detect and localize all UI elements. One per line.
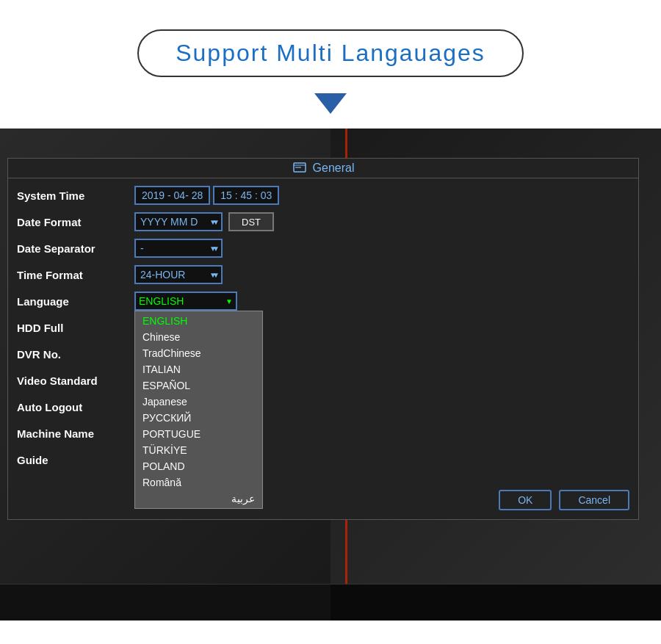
dialog-body: System Time 2019 - 04- 28 15 : 45 : 03 D… xyxy=(8,178,638,519)
lang-option-romana[interactable]: Română xyxy=(135,474,262,491)
auto-logout-row: Auto Logout min xyxy=(17,396,629,418)
language-arrow: ▼ xyxy=(225,297,233,305)
time-format-row: Time Format 24-HOUR ▼ xyxy=(17,264,629,286)
support-badge: Support Multi Langauages xyxy=(137,29,524,77)
date-separator-arrow: ▼ xyxy=(209,245,217,253)
language-dropdown-list[interactable]: ENGLISH Chinese TradChinese ITALIAN ESPA… xyxy=(134,311,263,509)
lang-option-russian[interactable]: РУССКИЙ xyxy=(135,410,262,426)
time-format-arrow: ▼ xyxy=(209,271,217,279)
language-select[interactable]: ENGLISH ▼ xyxy=(134,292,237,311)
lang-option-portugue[interactable]: PORTUGUE xyxy=(135,426,262,442)
date-separator-select[interactable]: - ▼ xyxy=(134,239,223,258)
language-selected-value: ENGLISH xyxy=(139,295,184,307)
date-format-label: Date Format xyxy=(17,216,134,228)
auto-logout-label: Auto Logout xyxy=(17,401,134,413)
date-format-row: Date Format YYYY MM D ▼ DST xyxy=(17,211,629,233)
lang-option-italian[interactable]: ITALIAN xyxy=(135,361,262,377)
dialog-titlebar: General xyxy=(8,159,638,178)
date-format-arrow: ▼ xyxy=(209,218,217,226)
lang-option-arabic[interactable]: عربية xyxy=(135,491,262,507)
date-format-select-wrapper[interactable]: YYYY MM D ▼ xyxy=(134,212,223,231)
system-time-clock[interactable]: 15 : 45 : 03 xyxy=(213,186,279,205)
date-format-select[interactable]: YYYY MM D ▼ xyxy=(134,212,223,231)
badge-text: Support Multi Langauages xyxy=(176,40,485,66)
system-time-label: System Time xyxy=(17,189,134,202)
top-section: Support Multi Langauages xyxy=(0,0,661,129)
time-format-label: Time Format xyxy=(17,269,134,281)
hdd-full-label: HDD Full xyxy=(17,322,134,334)
dialog-buttons: OK Cancel xyxy=(499,490,629,510)
lang-option-english[interactable]: ENGLISH xyxy=(135,313,262,329)
lang-option-espanol[interactable]: ESPAÑOL xyxy=(135,377,262,394)
lang-option-tradchinese[interactable]: TradChinese xyxy=(135,345,262,361)
bottom-bar xyxy=(0,584,661,621)
language-dropdown-container[interactable]: ENGLISH ▼ ENGLISH Chinese TradChinese IT… xyxy=(134,292,237,311)
lang-option-chinese[interactable]: Chinese xyxy=(135,329,262,345)
bottom-bar-left xyxy=(0,584,330,621)
arrow-down-icon xyxy=(314,93,347,114)
date-format-value: YYYY MM D xyxy=(140,216,198,228)
machine-name-row: Machine Name xyxy=(17,422,629,444)
system-time-row: System Time 2019 - 04- 28 15 : 45 : 03 xyxy=(17,184,629,206)
lang-option-japanese[interactable]: Japanese xyxy=(135,394,262,410)
time-format-select-wrapper[interactable]: 24-HOUR ▼ xyxy=(134,265,223,284)
time-format-value: 24-HOUR xyxy=(140,269,185,281)
date-separator-value: - xyxy=(140,242,144,254)
dialog-title: General xyxy=(313,162,355,175)
machine-name-label: Machine Name xyxy=(17,427,134,440)
video-standard-row: Video Standard xyxy=(17,369,629,391)
svg-rect-2 xyxy=(295,167,301,168)
cancel-button[interactable]: Cancel xyxy=(559,490,629,510)
guide-label: Guide xyxy=(17,454,134,466)
dvr-no-row: DVR No. xyxy=(17,343,629,365)
lang-option-turkiye[interactable]: TÜRKİYE xyxy=(135,442,262,458)
language-row: Language ENGLISH ▼ ENGLISH Chinese TradC… xyxy=(17,290,629,312)
bottom-bar-right xyxy=(330,584,661,621)
time-format-select[interactable]: 24-HOUR ▼ xyxy=(134,265,223,284)
date-separator-select-wrapper[interactable]: - ▼ xyxy=(134,239,223,258)
system-time-container[interactable]: 2019 - 04- 28 15 : 45 : 03 xyxy=(134,186,279,205)
hdd-full-row: HDD Full xyxy=(17,316,629,339)
guide-row: Guide xyxy=(17,449,629,471)
date-separator-label: Date Separator xyxy=(17,242,134,255)
general-dialog: General System Time 2019 - 04- 28 15 : 4… xyxy=(7,158,639,520)
video-standard-label: Video Standard xyxy=(17,375,134,387)
date-separator-row: Date Separator - ▼ xyxy=(17,237,629,259)
dvr-screen: General System Time 2019 - 04- 28 15 : 4… xyxy=(0,129,661,584)
dst-button[interactable]: DST xyxy=(228,212,274,231)
system-time-date[interactable]: 2019 - 04- 28 xyxy=(134,186,210,205)
pencil-icon xyxy=(292,162,307,175)
dvr-no-label: DVR No. xyxy=(17,348,134,361)
language-label: Language xyxy=(17,295,134,308)
ok-button[interactable]: OK xyxy=(499,490,552,510)
lang-option-poland[interactable]: POLAND xyxy=(135,458,262,474)
